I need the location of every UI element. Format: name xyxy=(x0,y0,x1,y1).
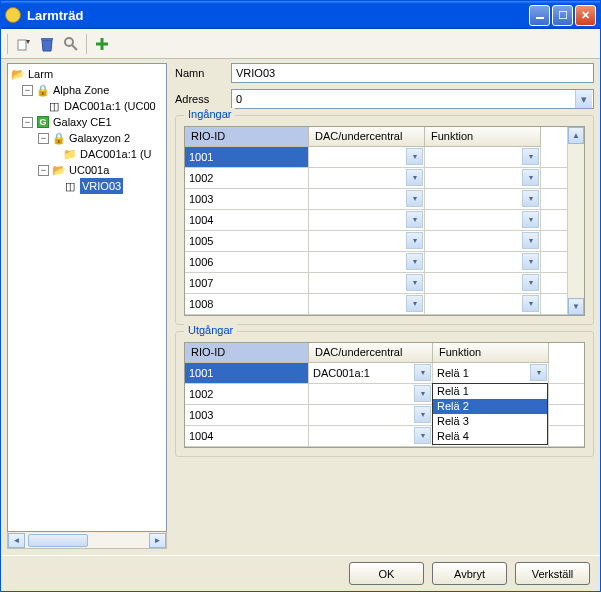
cell-dac[interactable]: ▾ xyxy=(309,405,433,425)
minimize-button[interactable] xyxy=(529,5,550,26)
apply-button[interactable]: Verkställ xyxy=(515,562,590,585)
tree-label[interactable]: Alpha Zone xyxy=(53,82,109,98)
delete-icon[interactable] xyxy=(38,35,56,53)
tree[interactable]: 📂Larm −🔒Alpha Zone ◫DAC001a:1 (UC00 −GGa… xyxy=(7,63,167,532)
name-input[interactable] xyxy=(231,63,594,83)
col-dac[interactable]: DAC/undercentral xyxy=(309,127,425,147)
collapse-toggle[interactable]: − xyxy=(38,165,49,176)
chevron-down-icon[interactable]: ▾ xyxy=(406,211,423,228)
chevron-down-icon[interactable]: ▾ xyxy=(406,253,423,270)
chevron-down-icon[interactable]: ▾ xyxy=(406,274,423,291)
cell-dac[interactable]: ▾ xyxy=(309,147,425,167)
table-row[interactable]: 1008▾▾ xyxy=(185,294,567,315)
tree-label[interactable]: UC001a xyxy=(69,162,109,178)
cell-rio-id[interactable]: 1008 xyxy=(185,294,309,314)
cell-rio-id[interactable]: 1006 xyxy=(185,252,309,272)
cell-funktion[interactable]: ▾ xyxy=(425,294,541,314)
scroll-track[interactable] xyxy=(25,533,149,548)
chevron-down-icon[interactable]: ▾ xyxy=(414,364,431,381)
cell-funktion[interactable]: ▾ xyxy=(425,210,541,230)
dropdown-option[interactable]: Relä 3 xyxy=(433,414,547,429)
chevron-down-icon[interactable]: ▾ xyxy=(522,148,539,165)
grid-scrollbar[interactable]: ▲ ▼ xyxy=(567,127,584,315)
chevron-down-icon[interactable]: ▾ xyxy=(530,364,547,381)
add-icon[interactable] xyxy=(93,35,111,53)
chevron-down-icon[interactable]: ▾ xyxy=(406,232,423,249)
cell-rio-id[interactable]: 1003 xyxy=(185,189,309,209)
cell-rio-id[interactable]: 1004 xyxy=(185,426,309,446)
cell-funktion[interactable]: Relä 1▾Relä 1Relä 2Relä 3Relä 4 xyxy=(433,363,549,383)
dropdown-option[interactable]: Relä 4 xyxy=(433,429,547,444)
cell-dac[interactable]: ▾ xyxy=(309,189,425,209)
tree-label[interactable]: Larm xyxy=(28,66,53,82)
table-row[interactable]: 1004▾▾ xyxy=(185,210,567,231)
chevron-down-icon[interactable]: ▾ xyxy=(522,169,539,186)
tree-label-selected[interactable]: VRIO03 xyxy=(80,178,123,194)
table-row[interactable]: 1007▾▾ xyxy=(185,273,567,294)
cell-funktion[interactable]: ▾ xyxy=(425,252,541,272)
chevron-down-icon[interactable]: ▾ xyxy=(414,427,431,444)
chevron-down-icon[interactable]: ▾ xyxy=(414,406,431,423)
cell-rio-id[interactable]: 1001 xyxy=(185,147,309,167)
cell-rio-id[interactable]: 1001 xyxy=(185,363,309,383)
tree-label[interactable]: DAC001a:1 (UC00 xyxy=(64,98,156,114)
chevron-down-icon[interactable]: ▾ xyxy=(406,295,423,312)
cell-dac[interactable]: ▾ xyxy=(309,273,425,293)
table-row[interactable]: 1006▾▾ xyxy=(185,252,567,273)
chevron-down-icon[interactable]: ▾ xyxy=(575,90,592,108)
ok-button[interactable]: OK xyxy=(349,562,424,585)
col-funktion[interactable]: Funktion xyxy=(433,343,549,363)
table-row[interactable]: 1005▾▾ xyxy=(185,231,567,252)
table-row[interactable]: 1001DAC001a:1▾Relä 1▾Relä 1Relä 2Relä 3R… xyxy=(185,363,584,384)
chevron-down-icon[interactable]: ▾ xyxy=(406,190,423,207)
cell-rio-id[interactable]: 1002 xyxy=(185,168,309,188)
scroll-thumb[interactable] xyxy=(28,534,88,547)
chevron-down-icon[interactable]: ▾ xyxy=(406,148,423,165)
cell-dac[interactable]: ▾ xyxy=(309,210,425,230)
chevron-down-icon[interactable]: ▾ xyxy=(406,169,423,186)
scroll-left-button[interactable]: ◄ xyxy=(8,533,25,548)
cell-rio-id[interactable]: 1005 xyxy=(185,231,309,251)
tree-scrollbar[interactable]: ◄ ► xyxy=(7,532,167,549)
chevron-down-icon[interactable]: ▾ xyxy=(522,232,539,249)
col-rio-id[interactable]: RIO-ID xyxy=(185,343,309,363)
cell-rio-id[interactable]: 1004 xyxy=(185,210,309,230)
chevron-down-icon[interactable]: ▾ xyxy=(522,295,539,312)
chevron-down-icon[interactable]: ▾ xyxy=(414,385,431,402)
cell-dac[interactable]: ▾ xyxy=(309,231,425,251)
cell-dac[interactable]: ▾ xyxy=(309,384,433,404)
scroll-up-button[interactable]: ▲ xyxy=(568,127,584,144)
chevron-down-icon[interactable]: ▾ xyxy=(522,190,539,207)
dropdown-option[interactable]: Relä 2 xyxy=(433,399,547,414)
cell-dac[interactable]: ▾ xyxy=(309,252,425,272)
cell-funktion[interactable]: ▾ xyxy=(425,273,541,293)
collapse-toggle[interactable]: − xyxy=(22,117,33,128)
close-button[interactable]: ✕ xyxy=(575,5,596,26)
address-select[interactable]: 0 ▾ xyxy=(231,89,594,109)
chevron-down-icon[interactable]: ▾ xyxy=(522,253,539,270)
cell-funktion[interactable]: ▾ xyxy=(425,189,541,209)
collapse-toggle[interactable]: − xyxy=(22,85,33,96)
chevron-down-icon[interactable]: ▾ xyxy=(522,211,539,228)
table-row[interactable]: 1001▾▾ xyxy=(185,147,567,168)
table-row[interactable]: 1003▾▾ xyxy=(185,189,567,210)
cell-dac[interactable]: ▾ xyxy=(309,294,425,314)
search-icon[interactable] xyxy=(62,35,80,53)
cancel-button[interactable]: Avbryt xyxy=(432,562,507,585)
tree-label[interactable]: Galaxy CE1 xyxy=(53,114,112,130)
funktion-dropdown[interactable]: Relä 1Relä 2Relä 3Relä 4 xyxy=(432,383,548,445)
cell-rio-id[interactable]: 1003 xyxy=(185,405,309,425)
col-rio-id[interactable]: RIO-ID xyxy=(185,127,309,147)
new-item-icon[interactable]: ▾ xyxy=(14,35,32,53)
cell-funktion[interactable]: ▾ xyxy=(425,147,541,167)
scroll-right-button[interactable]: ► xyxy=(149,533,166,548)
dropdown-option[interactable]: Relä 1 xyxy=(433,384,547,399)
cell-dac[interactable]: ▾ xyxy=(309,168,425,188)
cell-rio-id[interactable]: 1002 xyxy=(185,384,309,404)
scroll-down-button[interactable]: ▼ xyxy=(568,298,584,315)
tree-label[interactable]: Galaxyzon 2 xyxy=(69,130,130,146)
chevron-down-icon[interactable]: ▾ xyxy=(522,274,539,291)
table-row[interactable]: 1002▾▾ xyxy=(185,168,567,189)
cell-funktion[interactable]: ▾ xyxy=(425,231,541,251)
cell-funktion[interactable]: ▾ xyxy=(425,168,541,188)
